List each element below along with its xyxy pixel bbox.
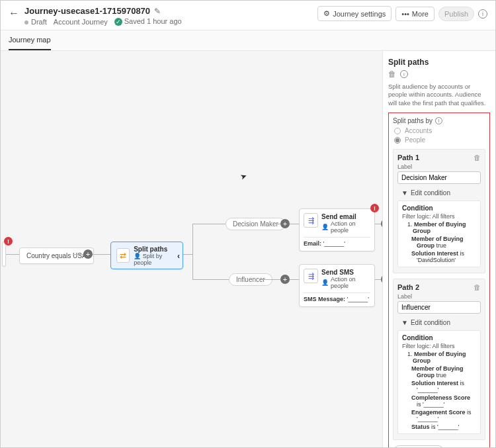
send-email-node[interactable]: ⇶ Send email 👤 Action on people Email: '…: [299, 208, 375, 251]
action-icon: ⇶: [304, 213, 318, 228]
add-node-button[interactable]: +: [83, 249, 93, 259]
journey-settings-button[interactable]: ⚙Journey settings: [317, 6, 392, 21]
journey-title: Journey-usecase1-1715970870: [24, 6, 150, 16]
back-arrow-icon[interactable]: ←: [9, 7, 19, 19]
action-icon: ⇶: [304, 269, 318, 283]
gear-icon: ⚙: [323, 9, 330, 18]
split-by-label: Split paths by i: [393, 117, 485, 124]
split-config-section: Split paths by i Accounts People Path 1 …: [388, 112, 490, 448]
chevron-left-icon: ‹: [177, 251, 180, 261]
dots-icon: •••: [401, 10, 409, 18]
radio-accounts[interactable]: Accounts: [394, 127, 485, 134]
condition-summary: Condition Filter logic: All filters 1. M…: [397, 330, 481, 434]
info-icon[interactable]: i: [435, 117, 442, 124]
alert-icon: !: [370, 204, 379, 212]
check-icon: ✓: [114, 18, 122, 26]
path1-label-input[interactable]: [397, 171, 481, 184]
edit-title-icon[interactable]: ✎: [154, 7, 161, 16]
delete-icon[interactable]: 🗑: [388, 69, 396, 79]
cursor-icon: ➤: [239, 171, 248, 183]
journey-type: Account Journey: [54, 18, 108, 26]
filter-icon: ▼: [401, 319, 408, 326]
split-paths-node[interactable]: ⇄ Split paths 👤 Split by people ‹: [110, 242, 183, 269]
delete-path-icon[interactable]: 🗑: [474, 283, 481, 291]
radio-people[interactable]: People: [394, 136, 485, 144]
tabs: Journey map: [1, 30, 495, 51]
saved-status: ✓Saved 1 hour ago: [114, 17, 182, 26]
add-node-button[interactable]: +: [381, 275, 382, 284]
filter-icon: ▼: [401, 189, 408, 197]
more-button[interactable]: •••More: [395, 7, 434, 21]
info-icon[interactable]: i: [400, 70, 408, 78]
status-badge: Draft: [24, 18, 47, 26]
add-node-button[interactable]: +: [381, 219, 382, 228]
path2-label-input[interactable]: [397, 301, 481, 314]
publish-button: Publish: [438, 7, 474, 21]
split-icon: ⇄: [116, 248, 130, 263]
country-filter-node[interactable]: Country equals USA: [19, 247, 94, 264]
help-icon[interactable]: i: [478, 9, 487, 19]
panel-title: Split paths: [388, 58, 490, 67]
edit-condition-button[interactable]: ▼Edit condition: [401, 189, 481, 197]
properties-panel: Split paths 🗑 i Split audience by accoun…: [382, 51, 495, 448]
path-card-1: Path 1 🗑 Label ▼Edit condition Condition…: [393, 149, 485, 273]
add-node-button[interactable]: +: [280, 275, 290, 284]
add-node-button[interactable]: +: [280, 219, 290, 228]
tab-journey-map[interactable]: Journey map: [9, 30, 51, 50]
path-card-2: Path 2 🗑 Label ▼Edit condition Condition…: [393, 279, 485, 440]
send-sms-node[interactable]: ⇶ Send SMS 👤 Action on people SMS Messag…: [299, 264, 375, 307]
condition-summary: Condition Filter logic: All filters 1. M…: [397, 201, 481, 267]
delete-path-icon[interactable]: 🗑: [474, 154, 481, 161]
journey-canvas[interactable]: ➤ ! Country equals USA + ⇄ Split paths 👤…: [1, 51, 382, 448]
add-path-button[interactable]: +Add path: [393, 445, 444, 448]
alert-icon: !: [4, 237, 13, 246]
header: ← Journey-usecase1-1715970870 ✎ Draft Ac…: [1, 1, 495, 30]
edit-condition-button[interactable]: ▼Edit condition: [401, 319, 481, 326]
panel-description: Split audience by accounts or people wit…: [388, 83, 490, 107]
